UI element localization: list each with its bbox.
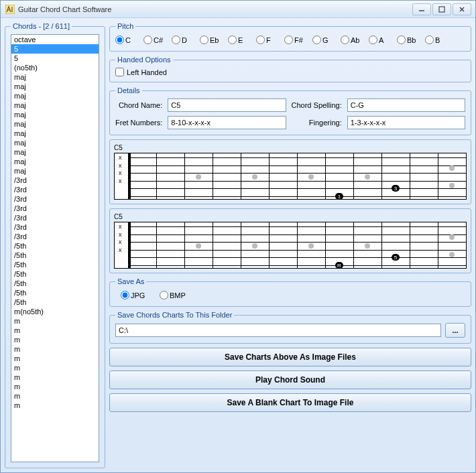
folder-legend: Save Chords Charts To This Folder [115, 311, 234, 319]
saveas-label: BMP [170, 291, 186, 299]
diagram1-title: C5 [114, 144, 467, 151]
list-item[interactable]: maj [11, 147, 99, 157]
list-item[interactable]: /3rd [11, 222, 99, 232]
chord-name-label: Chord Name: [115, 101, 162, 109]
folder-path-field[interactable] [115, 324, 441, 337]
left-handed-label: Left Handed [127, 68, 167, 76]
finger-marker: 3 [392, 185, 400, 192]
pitch-radio-b[interactable] [425, 36, 434, 44]
chord-spelling-label: Chord Spelling: [292, 101, 342, 109]
list-item[interactable]: maj [11, 100, 99, 110]
list-item[interactable]: /3rd [11, 204, 99, 213]
saveas-radio-jpg[interactable] [121, 291, 129, 299]
folder-group: Save Chords Charts To This Folder ... [109, 311, 471, 344]
list-item[interactable]: m [11, 382, 99, 391]
list-item[interactable]: /5th [11, 241, 99, 251]
pitch-radio-d[interactable] [172, 36, 180, 44]
pitch-label: F# [294, 36, 303, 44]
list-item[interactable]: maj [11, 110, 99, 119]
save-blank-button[interactable]: Save A Blank Chart To Image File [109, 393, 471, 412]
list-item[interactable]: maj [11, 138, 99, 147]
browse-button[interactable]: ... [445, 323, 465, 338]
list-item[interactable]: maj [11, 119, 99, 129]
list-item[interactable]: maj [11, 157, 99, 166]
pitch-label: Bb [407, 36, 416, 44]
chord-name-field[interactable] [168, 98, 286, 112]
chord-listbox[interactable]: octave55(no5th)majmajmajmajmajmajmajmajm… [11, 34, 99, 462]
play-sound-button[interactable]: Play Chord Sound [109, 370, 471, 389]
list-item[interactable]: maj [11, 129, 99, 138]
pitch-label: D [182, 36, 187, 44]
pitch-radio-fsharp[interactable] [284, 36, 293, 44]
list-item[interactable]: octave [11, 35, 99, 44]
list-item[interactable]: /3rd [11, 176, 99, 185]
left-handed-checkbox[interactable] [115, 68, 124, 76]
pitch-radio-bb[interactable] [397, 36, 406, 44]
list-item[interactable]: m(no5th) [11, 307, 99, 316]
muted-string-label: x [119, 178, 122, 184]
list-item[interactable]: /3rd [11, 213, 99, 222]
list-item[interactable]: m [11, 401, 99, 410]
list-item[interactable]: 5 [11, 54, 99, 63]
fingering-label: Fingering: [292, 119, 342, 127]
list-item[interactable]: m [11, 363, 99, 373]
fret-numbers-label: Fret Numbers: [115, 119, 162, 127]
titlebar: Guitar Chord Chart Software [1, 1, 475, 18]
list-item[interactable]: (no5th) [11, 63, 99, 72]
muted-string-label: x [119, 223, 122, 230]
list-item[interactable]: m [11, 354, 99, 363]
chord-diagram-1: C5 xxxx13 [109, 139, 471, 204]
list-item[interactable]: m [11, 344, 99, 354]
handed-group: Handed Options Left Handed [109, 56, 471, 82]
pitch-label: A [379, 36, 383, 44]
finger-marker: 1 [335, 193, 343, 200]
list-item[interactable]: m [11, 326, 99, 335]
pitch-legend: Pitch [115, 22, 135, 30]
list-item[interactable]: maj [11, 166, 99, 176]
list-item[interactable]: /3rd [11, 232, 99, 241]
pitch-radio-e[interactable] [228, 36, 237, 44]
svg-rect-2 [439, 7, 444, 12]
pitch-label: C [125, 36, 131, 44]
maximize-button[interactable] [432, 3, 451, 15]
pitch-radio-eb[interactable] [200, 36, 209, 44]
pitch-label: B [435, 36, 440, 44]
list-item[interactable]: maj [11, 82, 99, 91]
finger-marker: R [335, 262, 343, 269]
chord-spelling-field[interactable] [347, 98, 465, 112]
list-item[interactable]: 5 [11, 44, 99, 54]
close-button[interactable] [453, 3, 471, 15]
fret-numbers-field[interactable] [168, 116, 286, 129]
saveas-label: JPG [131, 291, 145, 299]
list-item[interactable]: maj [11, 72, 99, 82]
saveas-radio-bmp[interactable] [160, 291, 168, 299]
list-item[interactable]: /5th [11, 269, 99, 279]
muted-string-label: x [119, 247, 122, 253]
pitch-radio-c[interactable] [115, 36, 124, 44]
list-item[interactable]: maj [11, 91, 99, 100]
list-item[interactable]: /5th [11, 288, 99, 297]
list-item[interactable]: /5th [11, 251, 99, 260]
pitch-radio-f[interactable] [256, 36, 265, 44]
list-item[interactable]: m [11, 373, 99, 382]
fretboard-1: xxxx13 [114, 153, 467, 200]
main-window: Guitar Chord Chart Software Chords - [2 … [0, 0, 476, 473]
saveas-legend: Save As [115, 277, 146, 285]
save-charts-button[interactable]: Save Charts Above As Image Files [109, 348, 471, 366]
list-item[interactable]: m [11, 335, 99, 344]
pitch-radio-g[interactable] [312, 36, 321, 44]
pitch-radio-csharp[interactable] [143, 36, 152, 44]
list-item[interactable]: m [11, 316, 99, 326]
list-item[interactable]: /3rd [11, 194, 99, 204]
list-item[interactable]: /3rd [11, 185, 99, 194]
muted-string-label: x [119, 162, 122, 169]
minimize-button[interactable] [412, 3, 431, 15]
list-item[interactable]: /5th [11, 297, 99, 307]
list-item[interactable]: /5th [11, 279, 99, 288]
pitch-radio-ab[interactable] [341, 36, 349, 44]
pitch-group: Pitch CC#DEbEFF#GAbABbB [109, 22, 471, 52]
pitch-radio-a[interactable] [369, 36, 377, 44]
list-item[interactable]: m [11, 391, 99, 401]
fingering-field[interactable] [347, 116, 465, 129]
list-item[interactable]: /5th [11, 260, 99, 269]
